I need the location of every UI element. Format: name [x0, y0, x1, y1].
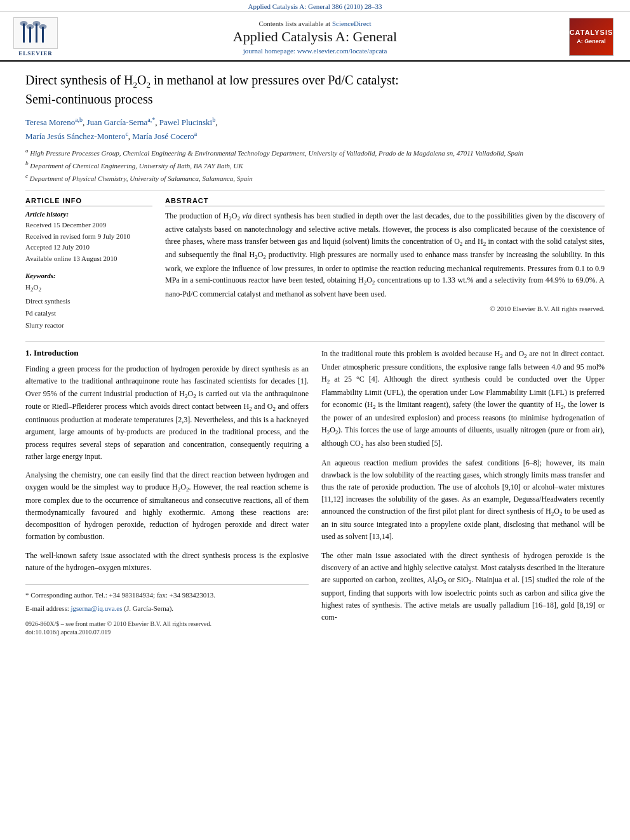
- divider-2: [25, 341, 605, 342]
- author-maria-jesus: María Jesús Sánchez-Montero: [25, 131, 125, 141]
- journal-header: ELSEVIER Contents lists available at Sci…: [0, 12, 630, 62]
- catalysis-logo-text: CATALYSIS A: General: [570, 28, 613, 46]
- keyword-4: Slurry reactor: [25, 319, 152, 331]
- online-date: Available online 13 August 2010: [25, 253, 152, 265]
- article-info-header: ARTICLE INFO: [25, 197, 152, 206]
- keywords-label: Keywords:: [25, 272, 152, 279]
- journal-homepage: journal homepage: www.elsevier.com/locat…: [61, 47, 569, 55]
- svg-point-4: [20, 21, 28, 26]
- revised-date: Received in revised form 9 July 2010: [25, 231, 152, 243]
- sciencedirect-link[interactable]: ScienceDirect: [332, 20, 372, 27]
- author-maria-jose: María José Cocero: [132, 131, 194, 141]
- abstract-text: The production of H2O2 via direct synthe…: [165, 210, 605, 300]
- right-paragraph-3: The other main issue associated with the…: [321, 550, 605, 624]
- affiliations: a High Pressure Processes Group, Chemica…: [25, 147, 605, 183]
- elsevier-logo: ELSEVIER: [10, 17, 61, 57]
- svg-rect-2: [36, 23, 37, 43]
- author-juan: Juan García-Serna: [87, 117, 148, 127]
- body-columns: 1. Introduction Finding a green process …: [25, 348, 605, 636]
- footnote-star: * Corresponding author. Tel.: +34 983184…: [25, 590, 309, 601]
- journal-header-center: Contents lists available at ScienceDirec…: [61, 20, 569, 55]
- author-teresa: Teresa Moreno: [25, 117, 75, 127]
- footer-bottom: 0926-860X/$ – see front matter © 2010 El…: [25, 620, 309, 627]
- article-title: Direct synthesis of H2O2 in methanol at …: [25, 72, 605, 107]
- intro-paragraph-2: Analysing the chemistry, one can easily …: [25, 469, 309, 543]
- svg-point-6: [33, 21, 41, 26]
- footnote-email-link[interactable]: jgserna@iq.uva.es: [70, 604, 122, 612]
- keyword-3: Pd catalyst: [25, 307, 152, 319]
- catalysis-logo-wrapper: CATALYSIS A: General: [569, 18, 620, 56]
- intro-paragraph-1: Finding a green process for the producti…: [25, 363, 309, 463]
- abstract-copyright: © 2010 Elsevier B.V. All rights reserved…: [165, 305, 605, 312]
- copyright-bottom: 0926-860X/$ – see front matter © 2010 El…: [25, 620, 211, 627]
- keywords-section: Keywords: H2O2 Direct synthesis Pd catal…: [25, 272, 152, 331]
- info-abstract-section: ARTICLE INFO Article history: Received 1…: [25, 197, 605, 331]
- elsevier-logo-image: [13, 17, 58, 49]
- article-body: Direct synthesis of H2O2 in methanol at …: [0, 62, 630, 648]
- intro-section-title: 1. Introduction: [25, 348, 309, 358]
- authors: Teresa Morenoa,b, Juan García-Sernaa,*, …: [25, 115, 605, 143]
- doi-line: doi:10.1016/j.apcata.2010.07.019: [25, 629, 309, 636]
- citation-bar: Applied Catalysis A: General 386 (2010) …: [0, 0, 630, 12]
- accepted-date: Accepted 12 July 2010: [25, 242, 152, 253]
- abstract-header: ABSTRACT: [165, 197, 605, 206]
- body-right-column: In the traditional route this problem is…: [321, 348, 605, 636]
- article-info-column: ARTICLE INFO Article history: Received 1…: [25, 197, 152, 331]
- keyword-1: H2O2: [25, 281, 152, 295]
- article-footer: * Corresponding author. Tel.: +34 983184…: [25, 584, 309, 636]
- intro-paragraph-3: The well-known safety issue associated w…: [25, 550, 309, 574]
- body-left-column: 1. Introduction Finding a green process …: [25, 348, 309, 636]
- homepage-url[interactable]: www.elsevier.com/locate/apcata: [297, 47, 387, 55]
- affiliation-c: c Department of Physical Chemistry, Univ…: [25, 172, 605, 183]
- received-date: Received 15 December 2009: [25, 220, 152, 231]
- article-history-label: Article history:: [25, 210, 152, 218]
- right-paragraph-1: In the traditional route this problem is…: [321, 348, 605, 450]
- divider-1: [25, 190, 605, 190]
- affiliation-a: a High Pressure Processes Group, Chemica…: [25, 147, 605, 158]
- svg-point-7: [39, 24, 47, 29]
- keyword-2: Direct synthesis: [25, 295, 152, 307]
- contents-line: Contents lists available at ScienceDirec…: [61, 20, 569, 27]
- right-paragraph-2: An aqueous reaction medium provides the …: [321, 457, 605, 543]
- elsevier-text: ELSEVIER: [18, 50, 53, 57]
- catalysis-logo: CATALYSIS A: General: [569, 18, 613, 56]
- journal-title: Applied Catalysis A: General: [61, 29, 569, 45]
- author-pawel: Pawel Plucinski: [159, 117, 212, 127]
- affiliation-b: b Department of Chemical Engineering, Un…: [25, 159, 605, 171]
- svg-rect-0: [23, 23, 25, 43]
- footnote-email: E-mail address: jgserna@iq.uva.es (J. Ga…: [25, 603, 309, 615]
- citation-text: Applied Catalysis A: General 386 (2010) …: [248, 3, 382, 10]
- abstract-section: ABSTRACT The production of H2O2 via dire…: [165, 197, 605, 331]
- svg-point-5: [27, 24, 34, 29]
